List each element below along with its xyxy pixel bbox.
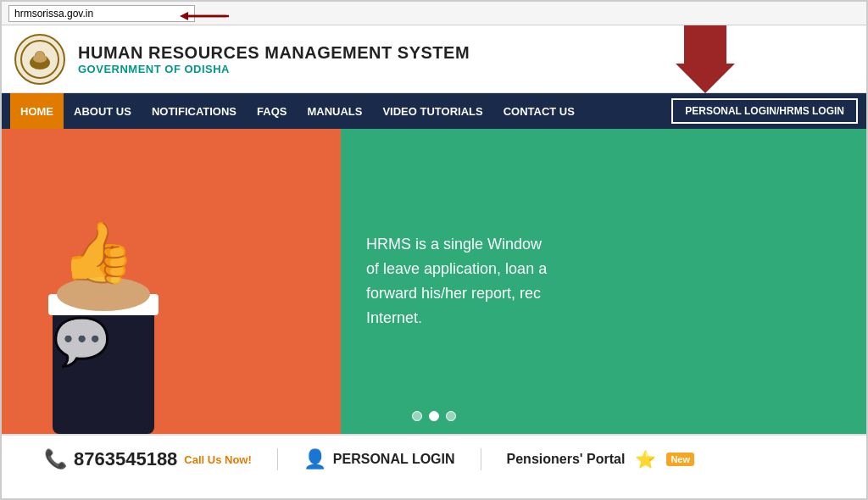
- svg-point-11: [33, 54, 47, 63]
- logo: [14, 34, 65, 85]
- annotation-left-arrow: [180, 6, 231, 25]
- slide-dot-2[interactable]: [429, 411, 439, 421]
- footer-personal-login-label: PERSONAL LOGIN: [333, 452, 455, 467]
- footer-bar: 📞 8763545188 Call Us Now! 👤 PERSONAL LOG…: [2, 434, 866, 483]
- slide-dots: [412, 411, 456, 421]
- header-title: HUMAN RESOURCES MANAGEMENT SYSTEM: [78, 43, 470, 63]
- header-text: HUMAN RESOURCES MANAGEMENT SYSTEM GOVERN…: [78, 43, 470, 75]
- address-bar: hrmsorissa.gov.in: [2, 2, 866, 25]
- header-subtitle: GOVERNMENT OF ODISHA: [78, 63, 470, 75]
- annotation-down-arrow: [676, 25, 735, 97]
- footer-personal-login-section[interactable]: 👤 PERSONAL LOGIN: [278, 448, 481, 470]
- nav-item-manuals[interactable]: MANUALS: [297, 93, 372, 129]
- nav-item-contact[interactable]: CONTACT US: [493, 93, 585, 129]
- slide-dot-1[interactable]: [412, 411, 422, 421]
- phone-icon: 📞: [44, 448, 67, 470]
- call-now-label: Call Us Now!: [184, 453, 251, 466]
- nav-item-about[interactable]: ABOUT US: [64, 93, 142, 129]
- nav-item-faqs[interactable]: FAQS: [247, 93, 297, 129]
- new-badge: New: [666, 453, 694, 466]
- banner-right-panel: HRMS is a single Window of leave applica…: [341, 129, 866, 434]
- phone-number[interactable]: 8763545188: [74, 448, 177, 470]
- logo-circle: [14, 34, 65, 85]
- banner: 👍 💬 HRMS is a single Window of leave app…: [2, 129, 866, 434]
- nav-item-video-tutorials[interactable]: VIDEO TUTORIALS: [372, 93, 492, 129]
- slide-dot-3[interactable]: [446, 411, 456, 421]
- logo-icon: [19, 38, 61, 81]
- svg-text:👍: 👍: [61, 218, 136, 288]
- navbar: HOME ABOUT US NOTIFICATIONS FAQS MANUALS…: [2, 93, 866, 129]
- pensioners-portal-label: Pensioners' Portal: [507, 452, 626, 467]
- page-header: HUMAN RESOURCES MANAGEMENT SYSTEM GOVERN…: [2, 25, 866, 93]
- url-input[interactable]: hrmsorissa.gov.in: [8, 5, 195, 22]
- nav-item-notifications[interactable]: NOTIFICATIONS: [142, 93, 247, 129]
- banner-left-panel: 👍 💬: [2, 129, 341, 434]
- svg-marker-4: [676, 25, 735, 93]
- svg-text:💬: 💬: [53, 314, 111, 369]
- banner-description: HRMS is a single Window of leave applica…: [366, 232, 547, 330]
- personal-login-button[interactable]: PERSONAL LOGIN/HRMS LOGIN: [671, 98, 858, 124]
- footer-pensioners-section[interactable]: Pensioners' Portal ⭐ New: [481, 449, 720, 469]
- star-icon: ⭐: [635, 449, 656, 469]
- nav-item-home[interactable]: HOME: [10, 93, 64, 129]
- footer-phone-section: 📞 8763545188 Call Us Now!: [19, 448, 278, 470]
- user-icon: 👤: [303, 448, 326, 470]
